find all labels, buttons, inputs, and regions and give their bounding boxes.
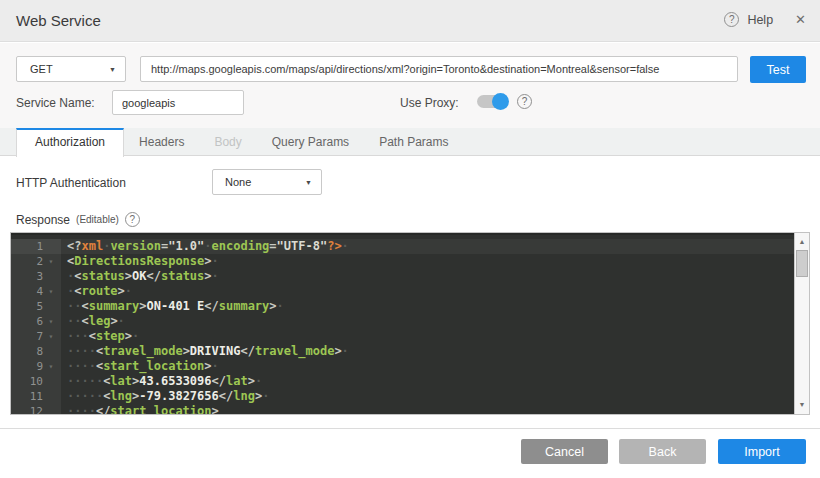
page-title: Web Service	[16, 12, 101, 29]
code-line: 2▾<DirectionsResponse>·	[11, 254, 794, 269]
editor-scrollbar[interactable]: ▲ ▼	[794, 233, 809, 414]
code-line-text: ····</start_location>	[61, 404, 219, 414]
code-line-text: ··<leg>·	[61, 314, 125, 329]
code-line-text: ·····<lng>-79.3827656</lng>·	[61, 389, 269, 404]
code-line: 12····</start_location>	[11, 404, 794, 414]
code-line-text: <?xml·version="1.0"·encoding="UTF-8"?>·	[61, 239, 349, 254]
fold-toggle-icon[interactable]: ▾	[43, 284, 59, 299]
code-line: 3·<status>OK</status>·	[11, 269, 794, 284]
toggle-knob	[492, 93, 509, 110]
close-icon[interactable]: ✕	[795, 12, 806, 27]
tab-bar: Authorization Headers Body Query Params …	[0, 128, 820, 156]
use-proxy-label: Use Proxy:	[400, 96, 459, 110]
fold-spacer	[43, 239, 59, 254]
scroll-up-icon[interactable]: ▲	[795, 235, 809, 249]
code-line: 5··<summary>ON-401 E</summary>·	[11, 299, 794, 314]
test-button[interactable]: Test	[750, 56, 806, 83]
line-number: 8	[11, 344, 43, 359]
line-number: 12	[11, 404, 43, 414]
response-header: Response (Editable) ?	[16, 212, 140, 227]
code-line-text: <DirectionsResponse>·	[61, 254, 219, 269]
line-number: 4	[11, 284, 43, 299]
help-link[interactable]: Help	[747, 13, 773, 27]
code-line-text: ····<start_location>·	[61, 359, 219, 374]
fold-toggle-icon[interactable]: ▾	[43, 314, 59, 329]
response-help-icon[interactable]: ?	[125, 212, 140, 227]
code-line: 7▾···<step>·	[11, 329, 794, 344]
code-line-text: ··<summary>ON-401 E</summary>·	[61, 299, 284, 314]
code-line-text: ···<step>·	[61, 329, 139, 344]
fold-spacer	[43, 269, 59, 284]
scrollbar-thumb[interactable]	[796, 250, 808, 277]
web-service-dialog: Web Service ? Help ✕ GET ▼ Test Service …	[0, 0, 820, 478]
code-line: 6▾··<leg>·	[11, 314, 794, 329]
line-number: 6	[11, 314, 43, 329]
method-select[interactable]: GET ▼	[16, 56, 126, 82]
line-number: 9	[11, 359, 43, 374]
proxy-help-icon[interactable]: ?	[517, 94, 532, 109]
line-number: 7	[11, 329, 43, 344]
http-auth-label: HTTP Authentication	[16, 176, 126, 190]
code-line-text: ····<travel_mode>DRIVING</travel_mode>·	[61, 344, 349, 359]
code-line: 8····<travel_mode>DRIVING</travel_mode>·	[11, 344, 794, 359]
fold-toggle-icon[interactable]: ▾	[43, 329, 59, 344]
import-button[interactable]: Import	[718, 439, 806, 464]
code-line-text: ·<status>OK</status>·	[61, 269, 219, 284]
back-button[interactable]: Back	[619, 439, 706, 464]
tab-path-params[interactable]: Path Params	[364, 128, 463, 155]
http-auth-select[interactable]: None ▼	[212, 169, 322, 195]
url-input[interactable]	[140, 56, 738, 82]
code-line: 4▾·<route>·	[11, 284, 794, 299]
tab-authorization[interactable]: Authorization	[16, 128, 124, 157]
line-number: 3	[11, 269, 43, 284]
service-name-input[interactable]	[112, 90, 244, 115]
line-number: 10	[11, 374, 43, 389]
footer-divider	[0, 428, 820, 429]
fold-spacer	[43, 344, 59, 359]
fold-spacer	[43, 299, 59, 314]
code-line-text: ·<route>·	[61, 284, 132, 299]
help-icon[interactable]: ?	[724, 12, 739, 27]
request-form: GET ▼ Test Service Name: Use Proxy: ?	[0, 43, 820, 128]
line-number: 11	[11, 389, 43, 404]
fold-spacer	[43, 404, 59, 414]
chevron-down-icon: ▼	[109, 66, 116, 73]
line-number: 1	[11, 239, 43, 254]
code-line: 11·····<lng>-79.3827656</lng>·	[11, 389, 794, 404]
tab-body: Body	[199, 128, 256, 155]
fold-toggle-icon[interactable]: ▾	[43, 359, 59, 374]
service-name-label: Service Name:	[16, 96, 95, 110]
chevron-down-icon: ▼	[305, 179, 312, 186]
fold-spacer	[43, 374, 59, 389]
http-auth-select-value: None	[225, 176, 251, 188]
response-editable-label: (Editable)	[76, 214, 119, 225]
code-line: 9▾····<start_location>·	[11, 359, 794, 374]
fold-toggle-icon[interactable]: ▾	[43, 254, 59, 269]
line-number: 5	[11, 299, 43, 314]
code-line: 10·····<lat>43.6533096</lat>·	[11, 374, 794, 389]
header-actions: ? Help ✕	[724, 12, 806, 27]
use-proxy-toggle[interactable]	[477, 95, 507, 108]
cancel-button[interactable]: Cancel	[521, 439, 608, 464]
fold-spacer	[43, 389, 59, 404]
method-select-value: GET	[30, 63, 53, 75]
scroll-down-icon[interactable]: ▼	[795, 398, 809, 412]
code-editor[interactable]: 1<?xml·version="1.0"·encoding="UTF-8"?>·…	[10, 232, 810, 415]
tab-query-params[interactable]: Query Params	[257, 128, 364, 155]
line-number: 2	[11, 254, 43, 269]
dialog-header: Web Service ? Help ✕	[0, 0, 820, 42]
response-label: Response	[16, 213, 70, 227]
tab-headers[interactable]: Headers	[124, 128, 199, 155]
code-line: 1<?xml·version="1.0"·encoding="UTF-8"?>·	[11, 239, 794, 254]
code-line-text: ·····<lat>43.6533096</lat>·	[61, 374, 262, 389]
code-lines: 1<?xml·version="1.0"·encoding="UTF-8"?>·…	[11, 233, 794, 414]
